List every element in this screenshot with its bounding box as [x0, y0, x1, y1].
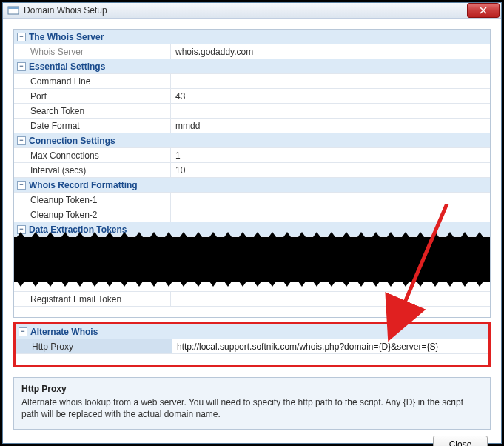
row-cleanup-1[interactable]: Cleanup Token-1 — [14, 193, 490, 207]
field-label: Registrant Email Token — [14, 292, 171, 306]
help-title: Http Proxy — [21, 384, 483, 394]
field-label: Port — [14, 89, 171, 103]
close-icon — [480, 7, 487, 14]
highlighted-section: − Alternate Whois Http Proxy — [13, 322, 491, 367]
row-http-proxy[interactable]: Http Proxy — [16, 339, 488, 354]
section-connection-settings[interactable]: − Connection Settings — [14, 133, 490, 148]
row-port[interactable]: Port 43 — [14, 89, 490, 104]
field-value[interactable]: 43 — [171, 91, 490, 101]
field-value[interactable]: 1 — [171, 150, 490, 161]
truncated-content-indicator — [13, 237, 491, 282]
section-title: Connection Settings — [29, 136, 115, 146]
field-label: Date Format — [14, 119, 171, 133]
app-icon — [7, 4, 19, 16]
titlebar: Domain Whois Setup — [3, 3, 501, 19]
dialog-window: Domain Whois Setup − The Whois Server Wh… — [2, 2, 502, 444]
row-command-line[interactable]: Command Line — [14, 74, 490, 89]
http-proxy-input[interactable] — [177, 342, 488, 352]
close-button[interactable]: Close — [433, 436, 488, 446]
field-value[interactable] — [172, 342, 488, 352]
field-value[interactable]: 10 — [171, 165, 490, 176]
section-whois-server[interactable]: − The Whois Server — [14, 30, 490, 44]
section-title: Alternate Whois — [30, 327, 98, 337]
row-cleanup-2[interactable]: Cleanup Token-2 — [14, 207, 490, 222]
window-close-button[interactable] — [467, 3, 500, 18]
dialog-content: − The Whois Server Whois Server whois.go… — [3, 19, 501, 446]
row-whois-server[interactable]: Whois Server whois.godaddy.com — [14, 44, 490, 59]
field-label: Interval (secs) — [14, 163, 171, 177]
field-label: Http Proxy — [16, 339, 172, 353]
field-value[interactable]: whois.godaddy.com — [171, 47, 490, 57]
row-date-format[interactable]: Date Format mmdd — [14, 119, 490, 133]
section-title: Essential Settings — [29, 61, 105, 72]
help-panel: Http Proxy Alternate whois lookup from a… — [13, 377, 491, 430]
section-record-formatting[interactable]: − Whois Record Formatting — [14, 178, 490, 193]
field-label: Command Line — [14, 74, 171, 88]
section-essential-settings[interactable]: − Essential Settings — [14, 59, 490, 74]
field-label: Max Connections — [14, 148, 171, 162]
collapse-icon[interactable]: − — [17, 62, 26, 71]
svg-rect-1 — [8, 7, 19, 9]
section-title: Whois Record Formatting — [29, 180, 138, 190]
blank-row — [14, 307, 490, 317]
field-value[interactable]: mmdd — [171, 121, 490, 131]
collapse-icon[interactable]: − — [19, 327, 27, 336]
dialog-buttons: Close — [13, 430, 491, 446]
collapse-icon[interactable]: − — [17, 33, 26, 41]
collapse-icon[interactable]: − — [17, 181, 26, 190]
field-label: Cleanup Token-2 — [14, 207, 171, 222]
collapse-icon[interactable]: − — [17, 136, 26, 145]
window-title: Domain Whois Setup — [24, 5, 467, 16]
blank-row — [16, 354, 488, 365]
row-max-connections[interactable]: Max Connections 1 — [14, 148, 490, 163]
row-search-token[interactable]: Search Token — [14, 104, 490, 119]
field-label: Search Token — [14, 104, 171, 118]
section-alternate-whois[interactable]: − Alternate Whois — [16, 324, 488, 339]
field-label: Cleanup Token-1 — [14, 193, 171, 207]
property-grid: − The Whois Server Whois Server whois.go… — [13, 29, 491, 318]
field-label: Whois Server — [14, 44, 171, 59]
section-title: The Whois Server — [29, 32, 104, 42]
help-text: Alternate whois lookup from a web server… — [21, 396, 483, 420]
row-interval[interactable]: Interval (secs) 10 — [14, 163, 490, 178]
row-registrant-email-token[interactable]: Registrant Email Token — [14, 292, 490, 307]
